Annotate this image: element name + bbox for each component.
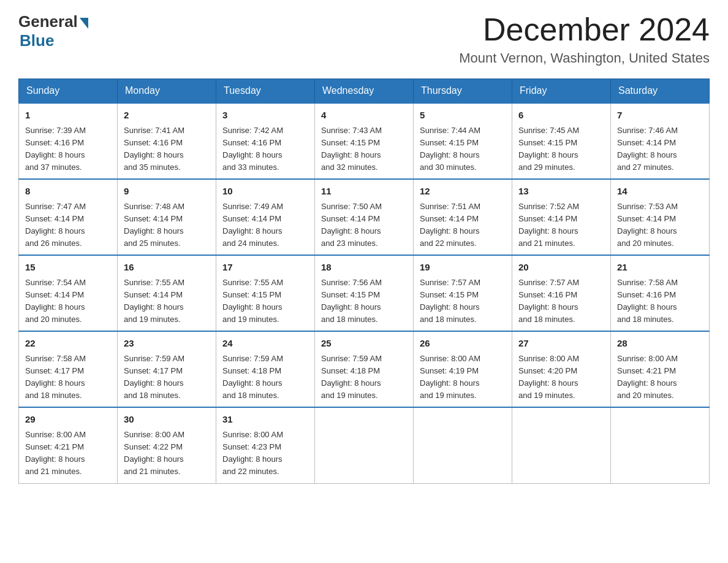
day-info: Sunrise: 7:47 AMSunset: 4:14 PMDaylight:… [25, 201, 111, 250]
day-info: Sunrise: 7:48 AMSunset: 4:14 PMDaylight:… [124, 201, 210, 250]
day-info: Sunrise: 8:00 AMSunset: 4:21 PMDaylight:… [25, 429, 111, 478]
empty-cell [414, 407, 512, 483]
day-cell-9: 9Sunrise: 7:48 AMSunset: 4:14 PMDaylight… [118, 179, 216, 255]
day-cell-26: 26Sunrise: 8:00 AMSunset: 4:19 PMDayligh… [414, 331, 512, 407]
weekday-header-monday: Monday [118, 79, 216, 104]
day-cell-13: 13Sunrise: 7:52 AMSunset: 4:14 PMDayligh… [512, 179, 611, 255]
day-cell-23: 23Sunrise: 7:59 AMSunset: 4:17 PMDayligh… [118, 331, 216, 407]
day-cell-14: 14Sunrise: 7:53 AMSunset: 4:14 PMDayligh… [611, 179, 710, 255]
day-number: 20 [518, 261, 604, 275]
day-number: 28 [617, 337, 703, 351]
day-cell-21: 21Sunrise: 7:58 AMSunset: 4:16 PMDayligh… [611, 255, 710, 331]
weekday-header-tuesday: Tuesday [216, 79, 315, 104]
day-info: Sunrise: 7:55 AMSunset: 4:15 PMDaylight:… [222, 277, 308, 326]
logo-arrow-icon [80, 18, 88, 29]
day-number: 24 [222, 337, 308, 351]
day-info: Sunrise: 7:46 AMSunset: 4:14 PMDaylight:… [617, 124, 703, 174]
day-cell-6: 6Sunrise: 7:45 AMSunset: 4:15 PMDaylight… [512, 103, 611, 179]
title-section: December 2024 Mount Vernon, Washington, … [459, 12, 710, 66]
week-row-1: 1Sunrise: 7:39 AMSunset: 4:16 PMDaylight… [19, 103, 710, 179]
day-number: 18 [321, 261, 407, 275]
day-cell-8: 8Sunrise: 7:47 AMSunset: 4:14 PMDaylight… [19, 179, 118, 255]
day-info: Sunrise: 7:49 AMSunset: 4:14 PMDaylight:… [222, 201, 308, 250]
day-info: Sunrise: 7:59 AMSunset: 4:18 PMDaylight:… [222, 353, 308, 402]
day-number: 29 [25, 413, 111, 427]
weekday-header-wednesday: Wednesday [315, 79, 414, 104]
day-cell-17: 17Sunrise: 7:55 AMSunset: 4:15 PMDayligh… [216, 255, 315, 331]
day-cell-19: 19Sunrise: 7:57 AMSunset: 4:15 PMDayligh… [414, 255, 512, 331]
logo: General Blue [18, 12, 88, 50]
empty-cell [315, 407, 414, 483]
day-cell-25: 25Sunrise: 7:59 AMSunset: 4:18 PMDayligh… [315, 331, 414, 407]
day-info: Sunrise: 8:00 AMSunset: 4:22 PMDaylight:… [124, 429, 210, 478]
day-number: 8 [25, 185, 111, 199]
day-cell-12: 12Sunrise: 7:51 AMSunset: 4:14 PMDayligh… [414, 179, 512, 255]
day-info: Sunrise: 7:58 AMSunset: 4:17 PMDaylight:… [25, 353, 111, 402]
day-number: 7 [617, 109, 703, 123]
day-cell-5: 5Sunrise: 7:44 AMSunset: 4:15 PMDaylight… [414, 103, 512, 179]
week-row-2: 8Sunrise: 7:47 AMSunset: 4:14 PMDaylight… [19, 179, 710, 255]
week-row-4: 22Sunrise: 7:58 AMSunset: 4:17 PMDayligh… [19, 331, 710, 407]
weekday-header-thursday: Thursday [414, 79, 512, 104]
day-cell-27: 27Sunrise: 8:00 AMSunset: 4:20 PMDayligh… [512, 331, 611, 407]
day-number: 19 [420, 261, 506, 275]
calendar-header-row: SundayMondayTuesdayWednesdayThursdayFrid… [19, 79, 710, 104]
day-cell-24: 24Sunrise: 7:59 AMSunset: 4:18 PMDayligh… [216, 331, 315, 407]
day-cell-2: 2Sunrise: 7:41 AMSunset: 4:16 PMDaylight… [118, 103, 216, 179]
day-cell-28: 28Sunrise: 8:00 AMSunset: 4:21 PMDayligh… [611, 331, 710, 407]
logo-general-text: General [18, 12, 78, 31]
day-number: 15 [25, 261, 111, 275]
day-cell-29: 29Sunrise: 8:00 AMSunset: 4:21 PMDayligh… [19, 407, 118, 483]
day-number: 12 [420, 185, 506, 199]
page-header: General Blue December 2024 Mount Vernon,… [18, 12, 710, 66]
day-info: Sunrise: 7:41 AMSunset: 4:16 PMDaylight:… [124, 124, 210, 174]
day-info: Sunrise: 7:50 AMSunset: 4:14 PMDaylight:… [321, 201, 407, 250]
day-info: Sunrise: 7:57 AMSunset: 4:15 PMDaylight:… [420, 277, 506, 326]
day-info: Sunrise: 7:51 AMSunset: 4:14 PMDaylight:… [420, 201, 506, 250]
day-info: Sunrise: 7:39 AMSunset: 4:16 PMDaylight:… [25, 124, 111, 174]
weekday-header-sunday: Sunday [19, 79, 118, 104]
day-info: Sunrise: 7:44 AMSunset: 4:15 PMDaylight:… [420, 124, 506, 174]
month-title: December 2024 [459, 12, 710, 47]
day-number: 1 [25, 109, 111, 123]
logo-blue-text: Blue [20, 31, 54, 50]
day-cell-22: 22Sunrise: 7:58 AMSunset: 4:17 PMDayligh… [19, 331, 118, 407]
day-number: 3 [222, 109, 308, 123]
empty-cell [512, 407, 611, 483]
day-cell-18: 18Sunrise: 7:56 AMSunset: 4:15 PMDayligh… [315, 255, 414, 331]
day-info: Sunrise: 7:52 AMSunset: 4:14 PMDaylight:… [518, 201, 604, 250]
empty-cell [611, 407, 710, 483]
week-row-5: 29Sunrise: 8:00 AMSunset: 4:21 PMDayligh… [19, 407, 710, 483]
day-info: Sunrise: 8:00 AMSunset: 4:23 PMDaylight:… [222, 429, 308, 478]
day-cell-3: 3Sunrise: 7:42 AMSunset: 4:16 PMDaylight… [216, 103, 315, 179]
day-number: 17 [222, 261, 308, 275]
day-info: Sunrise: 7:42 AMSunset: 4:16 PMDaylight:… [222, 124, 308, 174]
day-number: 5 [420, 109, 506, 123]
day-cell-11: 11Sunrise: 7:50 AMSunset: 4:14 PMDayligh… [315, 179, 414, 255]
day-info: Sunrise: 7:53 AMSunset: 4:14 PMDaylight:… [617, 201, 703, 250]
day-info: Sunrise: 7:45 AMSunset: 4:15 PMDaylight:… [518, 124, 604, 174]
day-info: Sunrise: 7:55 AMSunset: 4:14 PMDaylight:… [124, 277, 210, 326]
day-info: Sunrise: 7:59 AMSunset: 4:17 PMDaylight:… [124, 353, 210, 402]
day-info: Sunrise: 8:00 AMSunset: 4:19 PMDaylight:… [420, 353, 506, 402]
day-cell-7: 7Sunrise: 7:46 AMSunset: 4:14 PMDaylight… [611, 103, 710, 179]
day-cell-20: 20Sunrise: 7:57 AMSunset: 4:16 PMDayligh… [512, 255, 611, 331]
day-number: 2 [124, 109, 210, 123]
day-cell-10: 10Sunrise: 7:49 AMSunset: 4:14 PMDayligh… [216, 179, 315, 255]
day-info: Sunrise: 7:56 AMSunset: 4:15 PMDaylight:… [321, 277, 407, 326]
day-number: 14 [617, 185, 703, 199]
day-number: 26 [420, 337, 506, 351]
day-number: 27 [518, 337, 604, 351]
day-info: Sunrise: 7:59 AMSunset: 4:18 PMDaylight:… [321, 353, 407, 402]
day-number: 9 [124, 185, 210, 199]
weekday-header-saturday: Saturday [611, 79, 710, 104]
day-cell-30: 30Sunrise: 8:00 AMSunset: 4:22 PMDayligh… [118, 407, 216, 483]
calendar-table: SundayMondayTuesdayWednesdayThursdayFrid… [18, 79, 710, 483]
day-cell-1: 1Sunrise: 7:39 AMSunset: 4:16 PMDaylight… [19, 103, 118, 179]
day-info: Sunrise: 7:54 AMSunset: 4:14 PMDaylight:… [25, 277, 111, 326]
day-cell-4: 4Sunrise: 7:43 AMSunset: 4:15 PMDaylight… [315, 103, 414, 179]
week-row-3: 15Sunrise: 7:54 AMSunset: 4:14 PMDayligh… [19, 255, 710, 331]
day-number: 21 [617, 261, 703, 275]
day-number: 11 [321, 185, 407, 199]
day-number: 16 [124, 261, 210, 275]
